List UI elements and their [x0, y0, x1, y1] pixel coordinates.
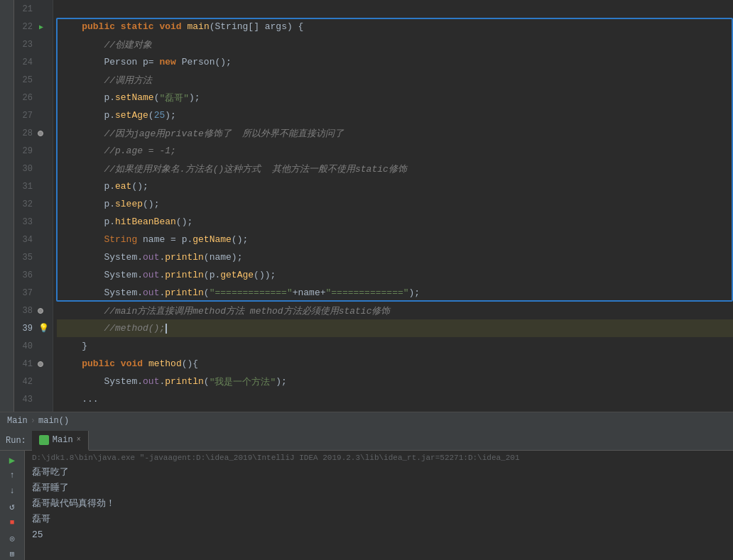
gutter-line-23: 23 [14, 35, 53, 53]
gutter-line-38: 38 [14, 302, 53, 319]
run-scroll-down-button[interactable]: ↓ [5, 485, 19, 498]
run-tab-close-icon[interactable]: × [77, 436, 81, 444]
run-stop-button[interactable]: ■ [5, 516, 19, 529]
run-output-area: D:\jdk1.8\bin\java.exe "-javaagent:D:\id… [25, 451, 733, 560]
run-command-line: D:\jdk1.8\bin\java.exe "-javaagent:D:\id… [32, 454, 726, 462]
gutter-line-36: 36 [14, 266, 53, 284]
run-main-tab[interactable]: Main × [32, 431, 89, 451]
code-line-35: System.out.println(name); [57, 248, 733, 266]
output-line-4: 磊哥 [32, 512, 726, 527]
line-gutter: 21 22 ▶ 23 24 25 [14, 0, 53, 412]
gutter-line-26: 26 [14, 89, 53, 106]
gutter-line-35: 35 [14, 248, 53, 266]
code-line-32: p.sleep(); [57, 195, 733, 213]
breadcrumb-separator: › [31, 416, 36, 426]
code-line-24: Person p= new Person(); [57, 53, 733, 71]
output-line-5: 25 [32, 527, 726, 543]
code-line-41: public void method(){ [57, 355, 733, 373]
gutter-line-30: 30 [14, 160, 53, 177]
output-line-2: 磊哥睡了 [32, 481, 726, 496]
code-line-23: //创建对象 [57, 35, 733, 53]
code-line-28: //因为jage用private修饰了 所以外界不能直接访问了 [57, 124, 733, 142]
code-line-30: //如果使用对象名.方法名()这种方式 其他方法一般不使用static修饰 [57, 160, 733, 177]
run-play-button[interactable]: ▶ [5, 454, 19, 466]
run-tab-label: Main [53, 435, 73, 445]
code-line-22: public static void main(String[] args) { [57, 18, 733, 35]
run-scroll-up-button[interactable]: ↑ [5, 469, 19, 482]
gutter-line-42: 42 [14, 373, 53, 390]
code-line-27: p.setAge(25); [57, 106, 733, 124]
code-line-29: //p.age = -1; [57, 142, 733, 160]
gutter-line-41: 41 [14, 355, 53, 373]
code-line-25: //调用方法 [57, 71, 733, 89]
run-tabs: Run: Main × [0, 431, 733, 451]
code-line-39: //method(); [57, 319, 733, 337]
gutter-line-28: 28 [14, 124, 53, 142]
code-line-36: System.out.println(p.getAge()); [57, 266, 733, 284]
code-line-42: System.out.println("我是一个方法"); [57, 373, 733, 390]
code-line-26: p.setName("磊哥"); [57, 89, 733, 106]
code-editor[interactable]: public static void main(String[] args) {… [53, 0, 733, 412]
run-rerun-button[interactable]: ↺ [5, 500, 19, 513]
run-controls-sidebar: ▶ ↑ ↓ ↺ ■ ◎ ⊞ [0, 451, 25, 560]
gutter-line-37: 37 [14, 284, 53, 302]
code-line-37: System.out.println("============="+name+… [57, 284, 733, 302]
output-line-1: 磊哥吃了 [32, 465, 726, 481]
gutter-line-32: 32 [14, 195, 53, 213]
code-line-33: p.hitBeanBean(); [57, 213, 733, 231]
run-label: Run: [6, 436, 26, 446]
breadcrumb-bar: Main › main() [0, 412, 733, 429]
code-line-31: p.eat(); [57, 177, 733, 195]
run-panel: Run: Main × ▶ ↑ ↓ ↺ ■ ◎ ⊞ D:\jdk1.8\bin\… [0, 429, 733, 560]
code-line-34: String name = p.getName(); [57, 231, 733, 248]
code-line-40: } [57, 337, 733, 355]
lightbulb-icon[interactable]: 💡 [38, 323, 49, 334]
gutter-line-39: 39 💡 [14, 319, 53, 337]
breadcrumb-file[interactable]: Main [7, 416, 28, 426]
code-line-21 [57, 0, 733, 18]
run-camera-button[interactable]: ◎ [5, 532, 19, 544]
gutter-line-34: 34 [14, 231, 53, 248]
run-body: ▶ ↑ ↓ ↺ ■ ◎ ⊞ D:\jdk1.8\bin\java.exe "-j… [0, 451, 733, 560]
gutter-line-31: 31 [14, 177, 53, 195]
gutter-line-33: 33 [14, 213, 53, 231]
gutter-line-27: 27 [14, 106, 53, 124]
gutter-line-22: 22 ▶ [14, 18, 53, 35]
code-line-38: //main方法直接调用method方法 method方法必须使用static修… [57, 302, 733, 319]
gutter-line-24: 24 [14, 53, 53, 71]
run-tab-icon [39, 435, 49, 445]
breadcrumb-method[interactable]: main() [38, 416, 69, 426]
gutter-line-43: 43 [14, 390, 53, 408]
gutter-line-25: 25 [14, 71, 53, 89]
gutter-line-29: 29 [14, 142, 53, 160]
output-line-3: 磊哥敲代码真得劲！ [32, 496, 726, 512]
left-sidebar [0, 0, 14, 412]
run-terminal-button[interactable]: ⊞ [5, 547, 19, 560]
gutter-line-21: 21 [14, 0, 53, 18]
gutter-line-40: 40 [14, 337, 53, 355]
code-line-43: ... [57, 390, 733, 408]
